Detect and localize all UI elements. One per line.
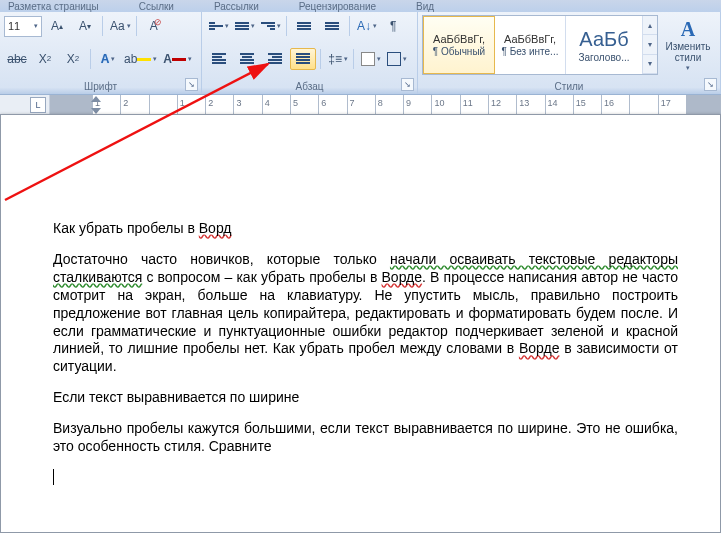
style-tile-normal[interactable]: АаБбВвГг, ¶ Обычный [423, 16, 495, 74]
fontsize-combo[interactable]: 11 [4, 16, 42, 37]
align-right-button[interactable] [262, 48, 288, 70]
tab-review[interactable]: Рецензирование [299, 2, 376, 12]
multilevel-list-button[interactable] [258, 15, 282, 37]
style-tile-nospacing[interactable]: АаБбВвГг, ¶ Без инте... [495, 16, 566, 74]
page[interactable]: Как убрать пробелы в Ворд Достаточно час… [0, 114, 721, 533]
ribbon: 11 A▴ A▾ Aa A⊘ abє X2 X2 A ab A Шрифт ↘ [0, 12, 721, 95]
text-caret [53, 469, 54, 485]
change-styles-button[interactable]: A Изменить стили [660, 15, 716, 75]
clear-formatting-button[interactable]: A⊘ [141, 15, 167, 37]
borders-button[interactable] [384, 48, 408, 70]
sort-button[interactable]: A↓ [354, 15, 378, 37]
tab-mailings[interactable]: Рассылки [214, 2, 259, 12]
group-paragraph: A↓ ¶ ‡≡ Абзац ↘ [202, 12, 418, 94]
bulleted-list-button[interactable] [206, 15, 230, 37]
tab-page-layout[interactable]: Разметка страницы [8, 2, 99, 12]
change-styles-icon: A [681, 18, 695, 41]
strikethrough-button[interactable]: abє [4, 48, 30, 70]
text-effects-button[interactable]: A [95, 48, 119, 70]
group-styles-label: Стили [422, 80, 716, 94]
ribbon-tabs: Разметка страницы Ссылки Рассылки Реценз… [0, 0, 721, 12]
styles-gallery-scroll[interactable]: ▴▾▾ [643, 16, 657, 74]
decrease-indent-button[interactable] [291, 15, 317, 37]
grow-font-button[interactable]: A▴ [44, 15, 70, 37]
styles-dialog-launcher[interactable]: ↘ [704, 78, 717, 91]
shrink-font-button[interactable]: A▾ [72, 15, 98, 37]
group-styles: АаБбВвГг, ¶ Обычный АаБбВвГг, ¶ Без инте… [418, 12, 721, 94]
font-color-button[interactable]: A [160, 48, 193, 70]
paragraph-dialog-launcher[interactable]: ↘ [401, 78, 414, 91]
document-area: Как убрать пробелы в Ворд Достаточно час… [0, 114, 721, 533]
font-dialog-launcher[interactable]: ↘ [185, 78, 198, 91]
first-line-indent-marker[interactable] [91, 96, 101, 102]
show-marks-button[interactable]: ¶ [380, 15, 406, 37]
highlight-button[interactable]: ab [121, 48, 158, 70]
change-case-button[interactable]: Aa [107, 15, 132, 37]
numbered-list-button[interactable] [232, 15, 256, 37]
tab-links[interactable]: Ссылки [139, 2, 174, 12]
superscript-button[interactable]: X2 [60, 48, 86, 70]
subscript-button[interactable]: X2 [32, 48, 58, 70]
document-body[interactable]: Как убрать пробелы в Ворд Достаточно час… [1, 115, 720, 487]
group-font-label: Шрифт [4, 80, 197, 94]
tab-selector[interactable]: L [30, 97, 46, 113]
line-spacing-button[interactable]: ‡≡ [325, 48, 349, 70]
align-center-button[interactable] [234, 48, 260, 70]
increase-indent-button[interactable] [319, 15, 345, 37]
tab-view[interactable]: Вид [416, 2, 434, 12]
group-font: 11 A▴ A▾ Aa A⊘ abє X2 X2 A ab A Шрифт ↘ [0, 12, 202, 94]
shading-button[interactable] [358, 48, 382, 70]
style-tile-heading1[interactable]: АаБб Заголово... [566, 16, 643, 74]
horizontal-ruler[interactable]: L 121234567891011121314151617 [0, 95, 721, 116]
align-left-button[interactable] [206, 48, 232, 70]
group-paragraph-label: Абзац [206, 80, 413, 94]
styles-gallery[interactable]: АаБбВвГг, ¶ Обычный АаБбВвГг, ¶ Без инте… [422, 15, 658, 75]
justify-button[interactable] [290, 48, 316, 70]
